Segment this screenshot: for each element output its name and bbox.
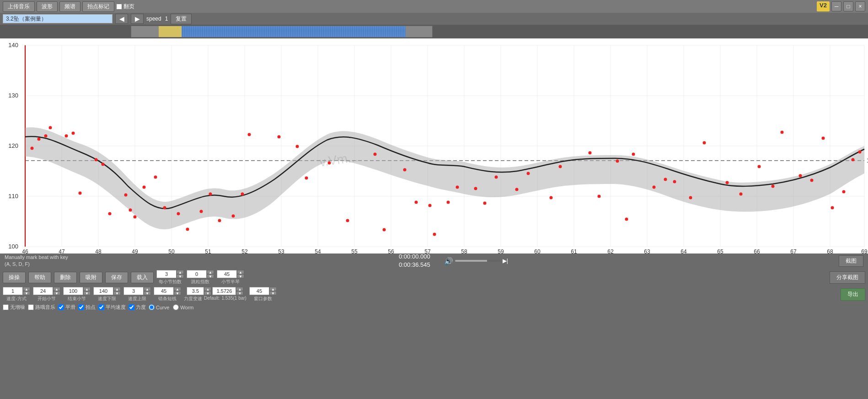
force-change-val-up-btn[interactable]: ▲ bbox=[236, 287, 243, 291]
share-btn[interactable]: 分享截图 bbox=[830, 271, 865, 284]
beat-point-checkbox[interactable] bbox=[78, 304, 84, 310]
top-toolbar: 上传音乐 波形 频谱 拍点标记 翻页 V2 ─ □ × bbox=[0, 0, 868, 13]
speed-up-up-btn[interactable]: ▲ bbox=[144, 287, 151, 291]
speed-mode-label: 速度-方式 bbox=[6, 296, 26, 302]
smooth-label: 平滑 bbox=[58, 304, 75, 311]
volume-control: 🔊 ▶| bbox=[444, 257, 508, 265]
export-btn[interactable]: 导出 bbox=[841, 288, 865, 301]
filename-input[interactable] bbox=[3, 14, 113, 23]
adjust-col: ▲ ▼ 跳粒指数 bbox=[187, 270, 214, 285]
chart-area[interactable]: 140 130 120 110 100 46 47 48 49 50 51 52… bbox=[0, 38, 868, 253]
volume-slider[interactable] bbox=[455, 260, 501, 262]
prev-btn[interactable]: ◀ bbox=[115, 14, 128, 24]
svg-point-121 bbox=[781, 131, 784, 134]
speed-mode-down-btn[interactable]: ▼ bbox=[23, 291, 30, 295]
minimize-btn[interactable]: ─ bbox=[831, 1, 841, 11]
svg-point-112 bbox=[653, 186, 656, 189]
line-short-down-btn[interactable]: ▼ bbox=[174, 291, 181, 295]
upload-music-btn[interactable]: 上传音乐 bbox=[3, 1, 35, 12]
speed-down-input[interactable] bbox=[93, 287, 113, 295]
svg-text:120: 120 bbox=[8, 142, 18, 149]
force-change-down-btn[interactable]: ▼ bbox=[204, 291, 211, 295]
worm-radio[interactable] bbox=[173, 304, 179, 310]
capture-btn[interactable]: 截图 bbox=[839, 255, 863, 267]
svg-text:46: 46 bbox=[22, 248, 28, 253]
page-flip-checkbox[interactable] bbox=[116, 4, 122, 10]
beats-per-measure-input[interactable] bbox=[156, 270, 177, 278]
svg-point-119 bbox=[758, 165, 761, 168]
svg-text:130: 130 bbox=[8, 92, 18, 99]
svg-point-125 bbox=[831, 206, 834, 210]
end-small-down-btn[interactable]: ▼ bbox=[83, 291, 91, 295]
beats-up-btn[interactable]: ▲ bbox=[177, 270, 184, 274]
small-pitch-up-btn[interactable]: ▲ bbox=[237, 270, 244, 274]
speed-up-label: 速度上限 bbox=[128, 296, 146, 302]
speed-down-up-btn[interactable]: ▲ bbox=[113, 287, 121, 291]
svg-point-94 bbox=[403, 168, 407, 172]
help-btn[interactable]: 帮助 bbox=[28, 272, 51, 283]
adjust-input[interactable] bbox=[187, 270, 207, 278]
force-change-up-btn[interactable]: ▲ bbox=[204, 287, 211, 291]
delete-btn[interactable]: 删除 bbox=[54, 272, 77, 283]
volume-icon: 🔊 bbox=[444, 257, 453, 265]
svg-point-67 bbox=[65, 135, 68, 138]
svg-point-93 bbox=[383, 228, 386, 232]
curve-radio-label[interactable]: Curve bbox=[149, 304, 169, 310]
svg-point-82 bbox=[209, 193, 212, 196]
force-change-val-input[interactable] bbox=[212, 287, 236, 295]
adjust-down-btn[interactable]: ▼ bbox=[207, 274, 214, 278]
speed-up-down-btn[interactable]: ▼ bbox=[144, 291, 151, 295]
close-btn[interactable]: × bbox=[855, 1, 865, 11]
beats-down-btn[interactable]: ▼ bbox=[177, 274, 184, 278]
edit-btn[interactable]: 操操 bbox=[3, 272, 26, 283]
speed-mode-up-btn[interactable]: ▲ bbox=[23, 287, 30, 291]
reset-btn[interactable]: 复置 bbox=[171, 14, 192, 24]
start-small-up-btn[interactable]: ▲ bbox=[53, 287, 60, 291]
absorb-btn[interactable]: 吸附 bbox=[80, 272, 102, 283]
line-short-up-btn[interactable]: ▲ bbox=[174, 287, 181, 291]
window-up-btn[interactable]: ▲ bbox=[269, 287, 277, 291]
svg-text:49: 49 bbox=[132, 248, 138, 253]
beat-marker-btn[interactable]: 拍点标记 bbox=[82, 1, 114, 12]
waveform-container[interactable] bbox=[131, 26, 433, 38]
start-small-input[interactable] bbox=[33, 287, 53, 295]
next-btn[interactable]: ▶ bbox=[131, 14, 144, 24]
svg-text:64: 64 bbox=[680, 248, 687, 253]
svg-point-75 bbox=[134, 216, 137, 219]
spectrum-btn[interactable]: 频谱 bbox=[59, 1, 80, 12]
no-noise-checkbox[interactable] bbox=[3, 304, 9, 310]
speed-label: speed bbox=[146, 16, 161, 22]
start-small-down-btn[interactable]: ▼ bbox=[53, 291, 60, 295]
svg-point-102 bbox=[495, 176, 498, 179]
force-checkbox[interactable] bbox=[129, 304, 134, 310]
speed-up-input[interactable] bbox=[123, 287, 144, 295]
svg-text:110: 110 bbox=[8, 193, 18, 200]
small-pitch-col: ▲ ▼ 小节半琴 bbox=[217, 270, 244, 285]
speed-down-down-btn[interactable]: ▼ bbox=[113, 291, 121, 295]
avg-speed-checkbox[interactable] bbox=[98, 304, 104, 310]
force-change-input[interactable] bbox=[187, 287, 204, 295]
accompaniment-checkbox[interactable] bbox=[28, 304, 34, 310]
window-input[interactable] bbox=[249, 287, 269, 295]
adjust-up-btn[interactable]: ▲ bbox=[207, 270, 214, 274]
worm-radio-label[interactable]: Worm bbox=[173, 304, 193, 310]
waveform-btn[interactable]: 波形 bbox=[37, 1, 58, 12]
save-btn[interactable]: 保存 bbox=[105, 272, 128, 283]
end-small-input[interactable] bbox=[63, 287, 83, 295]
smooth-checkbox[interactable] bbox=[58, 304, 64, 310]
small-pitch-down-btn[interactable]: ▼ bbox=[237, 274, 244, 278]
small-pitch-input[interactable] bbox=[217, 270, 237, 278]
restore-btn[interactable]: □ bbox=[843, 1, 853, 11]
force-change-val-down-btn[interactable]: ▼ bbox=[236, 291, 243, 295]
speed-mode-input[interactable] bbox=[3, 287, 23, 295]
window-down-btn[interactable]: ▼ bbox=[269, 291, 277, 295]
line-short-input[interactable] bbox=[154, 287, 174, 295]
svg-point-74 bbox=[129, 209, 132, 212]
svg-point-109 bbox=[616, 160, 619, 163]
version-badge: V2 bbox=[817, 1, 830, 11]
curve-radio[interactable] bbox=[149, 304, 155, 310]
import-btn[interactable]: 载入 bbox=[131, 272, 154, 283]
end-small-up-btn[interactable]: ▲ bbox=[83, 287, 91, 291]
start-small-label: 开始小节 bbox=[38, 296, 56, 302]
waveform-inner bbox=[182, 26, 406, 37]
